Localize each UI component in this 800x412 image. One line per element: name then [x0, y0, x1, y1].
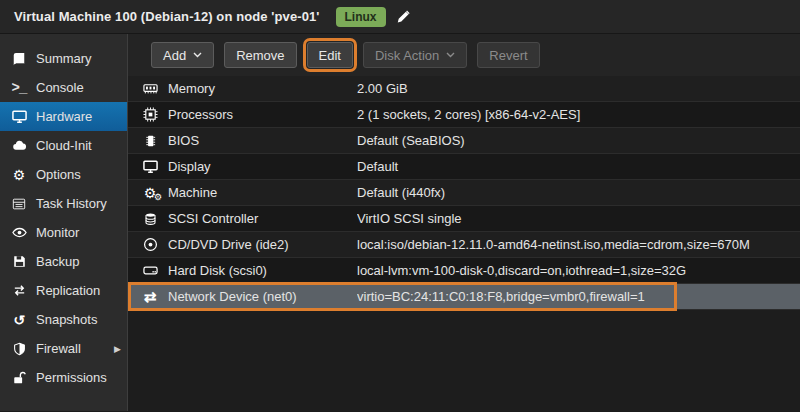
sidebar-item-task-history[interactable]: Task History: [0, 189, 127, 218]
sidebar-item-label: Backup: [36, 254, 79, 269]
sidebar-item-summary[interactable]: Summary: [0, 44, 127, 73]
eye-icon: [10, 225, 28, 240]
sidebar-item-hardware[interactable]: Hardware: [0, 102, 127, 131]
unlock-icon: [10, 371, 28, 385]
sidebar-item-permissions[interactable]: Permissions: [0, 363, 127, 392]
table-row-machine[interactable]: ⚙⚙ Machine Default (i440fx): [128, 180, 800, 206]
title-bar: Virtual Machine 100 (Debian-12) on node …: [0, 0, 800, 34]
table-row-scsi-controller[interactable]: SCSI Controller VirtIO SCSI single: [128, 206, 800, 232]
list-icon: [10, 197, 28, 211]
table-row-processors[interactable]: Processors 2 (1 sockets, 2 cores) [x86-6…: [128, 102, 800, 128]
cogs-icon: ⚙⚙: [140, 186, 160, 200]
sidebar-item-console[interactable]: >_ Console: [0, 73, 127, 102]
row-key: BIOS: [168, 133, 199, 148]
sidebar-item-label: Permissions: [36, 370, 107, 385]
row-key: Processors: [168, 107, 233, 122]
row-value: 2 (1 sockets, 2 cores) [x86-64-v2-AES]: [357, 107, 800, 122]
table-row-hard-disk[interactable]: Hard Disk (scsi0) local-lvm:vm-100-disk-…: [128, 258, 800, 284]
sidebar-item-label: Firewall: [36, 341, 81, 356]
sidebar-item-monitor[interactable]: Monitor: [0, 218, 127, 247]
sidebar-item-label: Options: [36, 167, 81, 182]
history-icon: ↺: [10, 313, 28, 327]
sidebar: Summary >_ Console Hardware Cloud-Init ⚙…: [0, 34, 128, 411]
memory-icon: [140, 81, 160, 96]
table-row-cddvd-drive[interactable]: CD/DVD Drive (ide2) local:iso/debian-12.…: [128, 232, 800, 258]
database-icon: [140, 212, 160, 226]
row-key: CD/DVD Drive (ide2): [168, 237, 289, 252]
main-panel: Add Remove Edit Disk Action Revert: [128, 34, 800, 411]
chevron-down-icon: [193, 52, 202, 58]
sidebar-item-label: Snapshots: [36, 312, 97, 327]
gear-icon: ⚙: [10, 168, 28, 182]
sidebar-item-label: Replication: [36, 283, 100, 298]
row-key: Machine: [168, 185, 217, 200]
hdd-icon: [140, 263, 160, 278]
row-value: 2.00 GiB: [357, 81, 800, 96]
page-title: Virtual Machine 100 (Debian-12) on node …: [14, 9, 320, 24]
sidebar-item-label: Console: [36, 80, 84, 95]
remove-button[interactable]: Remove: [224, 42, 296, 68]
os-badge: Linux: [336, 7, 386, 27]
row-value: Default (i440fx): [357, 185, 800, 200]
microchip-icon: [140, 134, 160, 148]
shield-icon: [10, 342, 28, 356]
book-icon: [10, 52, 28, 66]
sidebar-item-cloud-init[interactable]: Cloud-Init: [0, 131, 127, 160]
cloud-icon: [10, 138, 28, 153]
chevron-down-icon: [446, 52, 455, 58]
replication-arrows-icon: [10, 283, 28, 298]
row-value: Default: [357, 159, 800, 174]
sidebar-item-label: Task History: [36, 196, 107, 211]
table-row-display[interactable]: Display Default: [128, 154, 800, 180]
terminal-icon: >_: [10, 81, 28, 95]
row-value: Default (SeaBIOS): [357, 133, 800, 148]
sidebar-item-options[interactable]: ⚙ Options: [0, 160, 127, 189]
chevron-right-icon: ▶: [114, 344, 121, 354]
revert-button[interactable]: Revert: [477, 42, 539, 68]
row-value: local-lvm:vm-100-disk-0,discard=on,iothr…: [357, 263, 800, 278]
sidebar-item-replication[interactable]: Replication: [0, 276, 127, 305]
floppy-icon: [10, 255, 28, 268]
row-key: Network Device (net0): [168, 289, 297, 304]
disk-action-button[interactable]: Disk Action: [363, 42, 467, 68]
sidebar-item-snapshots[interactable]: ↺ Snapshots: [0, 305, 127, 334]
row-key: Hard Disk (scsi0): [168, 263, 267, 278]
pencil-icon[interactable]: [396, 10, 410, 24]
sidebar-item-backup[interactable]: Backup: [0, 247, 127, 276]
hardware-toolbar: Add Remove Edit Disk Action Revert: [128, 34, 800, 76]
table-row-memory[interactable]: Memory 2.00 GiB: [128, 76, 800, 102]
row-key: Memory: [168, 81, 215, 96]
cdrom-icon: [140, 237, 160, 252]
sidebar-item-label: Cloud-Init: [36, 138, 92, 153]
edit-button[interactable]: Edit: [307, 42, 353, 68]
display-icon: [140, 159, 160, 174]
sidebar-item-label: Summary: [36, 51, 92, 66]
row-key: Display: [168, 159, 211, 174]
network-icon: ⇄: [140, 289, 160, 304]
sidebar-item-label: Hardware: [36, 109, 92, 124]
row-value: VirtIO SCSI single: [357, 211, 800, 226]
monitor-icon: [10, 109, 28, 124]
cpu-icon: [140, 107, 160, 122]
row-value: local:iso/debian-12.11.0-amd64-netinst.i…: [357, 237, 800, 252]
sidebar-item-firewall[interactable]: Firewall ▶: [0, 334, 127, 363]
table-row-network-device[interactable]: ⇄ Network Device (net0) virtio=BC:24:11:…: [128, 284, 800, 310]
row-key: SCSI Controller: [168, 211, 258, 226]
sidebar-item-label: Monitor: [36, 225, 79, 240]
table-row-bios[interactable]: BIOS Default (SeaBIOS): [128, 128, 800, 154]
row-value: virtio=BC:24:11:C0:18:F8,bridge=vmbr0,fi…: [357, 289, 800, 304]
hardware-table: Memory 2.00 GiB Processors 2 (1 sockets,…: [128, 76, 800, 310]
add-button[interactable]: Add: [151, 42, 214, 68]
